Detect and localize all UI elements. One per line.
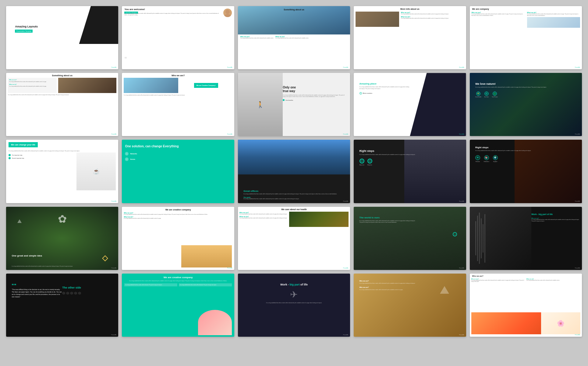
slide-13-content: Great offices It is a long established f… bbox=[243, 190, 345, 200]
slide-17[interactable]: We are creative company Who we are? It i… bbox=[122, 207, 234, 270]
slide-7-brand: PresentMe bbox=[227, 134, 232, 135]
slide-15[interactable]: Right steps It is a long established fac… bbox=[470, 140, 582, 203]
slide-20-lines bbox=[475, 210, 526, 267]
slide-5-title: We are company bbox=[470, 6, 582, 11]
slide-4-title: More info about us bbox=[354, 6, 466, 11]
slide-17-what-text: It is a long established fact that a rea… bbox=[124, 218, 232, 219]
slide-22[interactable]: We are creative company It is a long est… bbox=[122, 274, 234, 337]
slide-11-brand: PresentMe bbox=[111, 201, 116, 202]
slide-19-content: The world is ours It is a long establish… bbox=[360, 216, 416, 224]
slide-21-left: ❝❝ “The most difficult thing is the deci… bbox=[12, 283, 62, 298]
slide-25[interactable]: Who we are? Who we are? It is a long est… bbox=[470, 274, 582, 337]
slide-3-brand: PresentMe bbox=[343, 67, 348, 68]
slide-23[interactable]: Work - big part of life ✈ It is a long e… bbox=[238, 274, 350, 337]
slide-3-who-text: It is a long established fact that a rea… bbox=[240, 38, 274, 39]
slide-10-brand: PresentMe bbox=[575, 134, 580, 135]
slide-12[interactable]: One solution, can change Everything ⬡ Ne… bbox=[122, 140, 234, 203]
slide-8-brand: PresentMe bbox=[343, 134, 348, 135]
slide-20-title: Work - big part of life bbox=[531, 213, 579, 216]
slide-9-title: Amazing place bbox=[360, 82, 410, 85]
slide-3-what-text: It is a long established fact that a rea… bbox=[275, 38, 309, 39]
slide-24-what-text: It is a long established fact that a rea… bbox=[360, 289, 416, 291]
slide-18-who-text: It is a long established fact that a rea… bbox=[239, 214, 288, 215]
slide-4-who-text: It is a long established fact that a rea… bbox=[401, 13, 464, 15]
slide-23-desc: It is a long established fact that a rea… bbox=[243, 302, 345, 304]
slide-12-content: One solution, can change Everything ⬡ Ne… bbox=[122, 140, 234, 167]
slide-6-footer-text: It is a long established fact that a rea… bbox=[6, 94, 118, 96]
slide-19[interactable]: The world is ours It is a long establish… bbox=[354, 207, 466, 270]
slide-9-brand: PresentMe bbox=[459, 134, 464, 135]
slide-19-icon: ✦ bbox=[453, 232, 457, 236]
slide-10[interactable]: We love nature! It is a long established… bbox=[470, 73, 582, 136]
slide-19-brand: PresentMe bbox=[459, 267, 464, 269]
slide-5[interactable]: We are company Who we are? It is a long … bbox=[470, 6, 582, 69]
slide-24[interactable]: Who we are? It is a long established fac… bbox=[354, 274, 466, 337]
slide-13-brand: PresentMe bbox=[343, 201, 348, 202]
slide-16-desc: It is a long established fact that a rea… bbox=[12, 266, 113, 267]
slide-21-quote-icon: ❝❝ bbox=[12, 283, 62, 287]
slide-13[interactable]: Great offices It is a long established f… bbox=[238, 140, 350, 203]
slide-8[interactable]: 🚶 Only onetrue way It is a long establis… bbox=[238, 73, 350, 136]
slide-5-content: Who we are? It is a long established fac… bbox=[470, 11, 582, 29]
slide-13-desc: It is a long established fact that a rea… bbox=[243, 193, 345, 195]
slide-19-title: The world is ours bbox=[360, 216, 416, 219]
slide-9-tag: ❄ Winter mountains bbox=[360, 92, 410, 95]
slide-16[interactable]: ✿ ⊟ One great and simple idea It is a lo… bbox=[6, 207, 118, 270]
slide-2-avatar bbox=[223, 9, 232, 17]
svg-point-0 bbox=[225, 10, 230, 14]
slide-4-image bbox=[356, 12, 399, 27]
slide-23-plane: ✈ bbox=[243, 289, 345, 300]
slide-21-title: The other side bbox=[62, 286, 113, 289]
slide-6[interactable]: Something about us Who we are? It is a l… bbox=[6, 73, 118, 136]
slide-20[interactable]: Work - big part of life Who we are? It i… bbox=[470, 207, 582, 270]
slide-14-content: Right steps It is a long established fac… bbox=[360, 149, 416, 166]
slide-1-title: Amazing Layouts bbox=[15, 25, 38, 29]
slide-8-image: 🚶 bbox=[238, 73, 283, 136]
slide-10-title: We love nature! bbox=[475, 82, 576, 85]
slide-17-content: Who we are? It is a long established fac… bbox=[122, 211, 234, 221]
slide-24-brand: PresentMe bbox=[459, 334, 464, 336]
slide-1-content: Amazing Layouts Presentation Template bbox=[15, 25, 38, 33]
slide-15-content: Right steps It is a long established fac… bbox=[475, 146, 576, 162]
slide-16-title: One great and simple idea bbox=[12, 254, 42, 257]
slide-7-title: Who we are? bbox=[122, 73, 234, 77]
slide-11[interactable]: We can change your life It is a long est… bbox=[6, 140, 118, 203]
slide-23-brand: PresentMe bbox=[343, 334, 348, 336]
slides-grid: Amazing Layouts Presentation Template Pr… bbox=[6, 6, 582, 337]
slide-6-content: Who we are? It is a long established fac… bbox=[6, 77, 118, 94]
slide-7-content: We are Creative Company! bbox=[122, 77, 234, 94]
slide-10-icons: 🌱 Good Health ♻ Eco Care 🌲 Tree Protect bbox=[475, 92, 576, 98]
slide-23-content: Work - big part of life ✈ It is a long e… bbox=[243, 283, 345, 304]
slide-1[interactable]: Amazing Layouts Presentation Template Pr… bbox=[6, 6, 118, 69]
slide-5-brand: PresentMe bbox=[575, 67, 580, 68]
slide-5-who-text: It is a long established fact that a rea… bbox=[472, 13, 525, 16]
slide-9-content: Amazing place It is a long established f… bbox=[360, 82, 410, 95]
slide-25-who-title: Who we are? bbox=[470, 274, 582, 278]
slide-21-brand: PresentMe bbox=[111, 334, 116, 336]
slide-3-content: Who we are? It is a long established fac… bbox=[238, 34, 350, 40]
slide-3[interactable]: Something about us Who we are? It is a l… bbox=[238, 6, 350, 69]
slide-21[interactable]: ❝❝ “The most difficult thing is the deci… bbox=[6, 274, 118, 337]
slide-5-what-text: It is a long established fact that a rea… bbox=[527, 13, 580, 16]
slide-7-badge: We are Creative Company! bbox=[194, 83, 218, 88]
slide-2[interactable]: You are welcome! John Doe / Designer It … bbox=[122, 6, 234, 69]
slide-6-what-text: It is a long established fact that a rea… bbox=[9, 86, 55, 87]
slide-9[interactable]: Amazing place It is a long established f… bbox=[354, 73, 466, 136]
slide-18-content: Who we are? It is a long established fac… bbox=[238, 211, 350, 228]
slide-13-goals-text: It is a long established fact that a rea… bbox=[243, 198, 345, 200]
slide-7[interactable]: Who we are? We are Creative Company! It … bbox=[122, 73, 234, 136]
slide-4[interactable]: More info about us Who we are? It is a l… bbox=[354, 6, 466, 69]
slide-13-title: Great offices bbox=[243, 190, 345, 192]
slide-12-title: One solution, can change Everything bbox=[125, 144, 231, 148]
slide-11-title: We can change your life bbox=[9, 142, 38, 147]
slide-22-title: We are creative company bbox=[122, 274, 234, 280]
slide-2-body: It is a long established fact that a rea… bbox=[124, 13, 220, 16]
slide-8-body: It is a long established fact that a rea… bbox=[283, 95, 345, 98]
slide-14-steps: → Step one → Step two bbox=[360, 159, 416, 166]
slide-14[interactable]: Right steps It is a long established fac… bbox=[354, 140, 466, 203]
slide-18[interactable]: We care about our health Who we are? It … bbox=[238, 207, 350, 270]
slide-20-who-text: It is a long established fact that a rea… bbox=[531, 219, 579, 222]
slide-4-content: Who we are? It is a long established fac… bbox=[354, 11, 466, 28]
slide-14-brand: PresentMe bbox=[459, 201, 464, 202]
slide-6-image bbox=[58, 78, 116, 93]
